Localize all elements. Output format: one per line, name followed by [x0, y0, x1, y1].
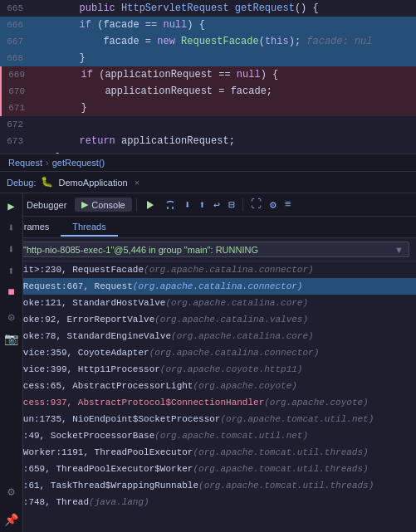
frame-item-5[interactable]: service:359, CoyoteAdapter (org.apache.c…: [0, 344, 416, 361]
frame-item-6[interactable]: service:399, Http11Processor (org.apache…: [0, 361, 416, 378]
code-line-665: 665 public HttpServletRequest getRequest…: [0, 0, 416, 17]
more-button[interactable]: ≡: [281, 197, 295, 212]
tab-console[interactable]: ▶ Console: [75, 198, 131, 212]
line-number: 671: [2, 103, 33, 113]
frame-method: service:399, Http11Processor: [7, 364, 160, 374]
dropdown-arrow-icon: ▼: [394, 245, 404, 255]
line-number: 668: [0, 53, 32, 63]
step-out-sidebar-button[interactable]: ⬆: [2, 261, 21, 280]
frame-item-10[interactable]: run:49, SocketProcessorBase (org.apache.…: [0, 427, 416, 444]
frame-pkg: (org.apache.catalina.connector): [149, 348, 320, 358]
code-line-668: 668 }: [0, 50, 416, 66]
code-line-669: 669 if (applicationRequest == null) {: [0, 66, 416, 83]
frame-pkg: (java.lang): [89, 497, 149, 507]
mute-breakpoints-button[interactable]: ⊙: [2, 308, 21, 326]
close-tab-button[interactable]: ×: [135, 178, 139, 188]
tab-debugger-label: Debugger: [27, 200, 66, 210]
frame-item-14[interactable]: run:748, Thread (java.lang): [0, 494, 416, 510]
frames-threads-tabs: Frames Threads: [0, 217, 416, 238]
resume-button[interactable]: [141, 198, 159, 212]
frame-item-8[interactable]: process:937, AbstractProtocol$Connection…: [0, 394, 416, 411]
code-line-674: 674 }: [0, 149, 416, 154]
frame-item-2[interactable]: invoke:121, StandardHostValve (org.apach…: [0, 295, 416, 311]
code-line-673: 673 return applicationRequest;: [0, 133, 416, 149]
evaluate-button[interactable]: ⊟: [225, 197, 238, 213]
breadcrumb-getrequest[interactable]: getRequest(): [52, 158, 105, 168]
frame-method: process:65, AbstractProcessorLight: [7, 381, 193, 391]
toolbar-separator-1: [136, 198, 137, 212]
svg-marker-0: [147, 201, 154, 209]
frame-pkg: (org.apache.catalina.core): [171, 331, 314, 341]
thread-dropdown[interactable]: ✓ "http-nio-8085-exec-1"@5,446 in group …: [7, 242, 409, 257]
stop-button[interactable]: ■: [2, 283, 21, 301]
line-number: 667: [0, 37, 32, 46]
frame-item-12[interactable]: run:659, ThreadPoolExecutor$Worker (org.…: [0, 461, 416, 477]
breadcrumb-request[interactable]: Request: [8, 158, 42, 168]
line-content: if (applicationRequest == null) {: [33, 69, 278, 81]
run-to-cursor-button[interactable]: ↩: [210, 197, 223, 213]
tab-threads-label: Threads: [72, 222, 105, 232]
frame-item-3[interactable]: invoke:92, ErrorReportValve (org.apache.…: [0, 311, 416, 328]
frame-pkg: (org.apache.tomcat.util.threads): [198, 481, 374, 491]
stack-frames-list: <init>:230, RequestFacade (org.apache.ca…: [0, 261, 416, 532]
settings-sidebar-button[interactable]: ⚙: [2, 482, 21, 500]
frame-pkg: (org.apache.tomcat.util.net): [154, 431, 308, 441]
console-icon: ▶: [81, 199, 88, 210]
frame-pkg: (org.apache.tomcat.util.net): [220, 414, 374, 424]
step-out-button[interactable]: ⬆: [196, 197, 209, 213]
frame-method: run:49, SocketProcessorBase: [7, 431, 154, 441]
line-content: if (facade == null) {: [32, 19, 205, 31]
frame-pkg: (org.apache.coyote.http11): [160, 364, 303, 374]
line-number: 665: [0, 3, 32, 13]
frame-item-11[interactable]: runWorker:1191, ThreadPoolExecutor (org.…: [0, 444, 416, 461]
frame-pkg: (org.apache.coyote): [193, 381, 296, 391]
restore-layout-button[interactable]: ⛶: [247, 197, 265, 212]
frame-item-4[interactable]: invoke:78, StandardEngineValve (org.apac…: [0, 328, 416, 344]
frame-method: invoke:92, ErrorReportValve: [7, 315, 154, 325]
frame-pkg: (org.apache.catalina.core): [165, 298, 308, 308]
debug-label: Debug:: [7, 178, 36, 188]
frame-item-7[interactable]: process:65, AbstractProcessorLight (org.…: [0, 378, 416, 394]
line-content: }: [33, 102, 87, 114]
debug-bar: Debug: 🐛 DemoApplication ×: [0, 172, 416, 193]
settings-button[interactable]: ⚙: [267, 197, 280, 213]
line-content: return applicationRequest;: [32, 135, 235, 147]
frame-method: invoke:78, StandardEngineValve: [7, 331, 171, 341]
debug-toolbar: 🔧 Debugger ▶ Console ⬇ ⬆ ↩ ⊟ ⛶ ⚙ ≡: [0, 193, 416, 217]
left-sidebar: ▶ ⬇ ⬇ ⬆ ■ ⊙ 📷 ⚙ 📌: [0, 193, 23, 532]
frame-item-0[interactable]: <init>:230, RequestFacade (org.apache.ca…: [0, 261, 416, 278]
frame-pkg: (org.apache.tomcat.util.threads): [193, 464, 368, 474]
line-content: applicationRequest = facade;: [33, 85, 272, 97]
thread-selector: ✓ "http-nio-8085-exec-1"@5,446 in group …: [0, 238, 416, 261]
resume-sidebar-button[interactable]: ▶: [2, 197, 21, 215]
frame-item-1[interactable]: getRequest:667, Request (org.apache.cata…: [0, 278, 416, 295]
line-content: }: [32, 152, 61, 154]
line-number: 672: [0, 120, 32, 129]
frame-item-13[interactable]: run:61, TaskThread$WrappingRunnable (org…: [0, 477, 416, 494]
frame-method: invoke:121, StandardHostValve: [7, 298, 165, 308]
breadcrumb-sep: ›: [46, 158, 49, 168]
app-name: DemoApplication: [58, 178, 127, 188]
camera-icon[interactable]: 📷: [2, 329, 21, 348]
line-number: 669: [2, 70, 33, 80]
frame-method: runWorker:1191, ThreadPoolExecutor: [7, 447, 193, 457]
step-into-button[interactable]: ⬇: [181, 197, 194, 213]
step-over-sidebar-button[interactable]: ⬇: [2, 218, 21, 237]
frame-pkg: (org.apache.catalina.valves): [154, 315, 308, 325]
frame-method: getRequest:667, Request: [7, 281, 133, 291]
step-over-button[interactable]: [161, 198, 179, 212]
frame-pkg: (org.apache.coyote): [264, 398, 368, 408]
line-content: }: [32, 52, 86, 64]
frame-pkg: (org.apache.catalina.connector): [144, 265, 314, 275]
breadcrumb-bar: Request › getRequest(): [0, 154, 416, 172]
pin-icon[interactable]: 📌: [2, 510, 21, 529]
step-into-sidebar-button[interactable]: ⬇: [2, 240, 21, 258]
tab-threads[interactable]: Threads: [61, 218, 117, 237]
frame-method: process:937, AbstractProtocol$Connection…: [7, 398, 264, 408]
code-editor: 665 public HttpServletRequest getRequest…: [0, 0, 416, 154]
frame-method: run:659, ThreadPoolExecutor$Worker: [7, 464, 193, 474]
tab-console-label: Console: [91, 200, 125, 210]
line-number: 670: [2, 86, 33, 96]
frame-item-9[interactable]: doRun:1735, NioEndpoint$SocketProcessor …: [0, 411, 416, 427]
line-number: 674: [0, 153, 32, 154]
